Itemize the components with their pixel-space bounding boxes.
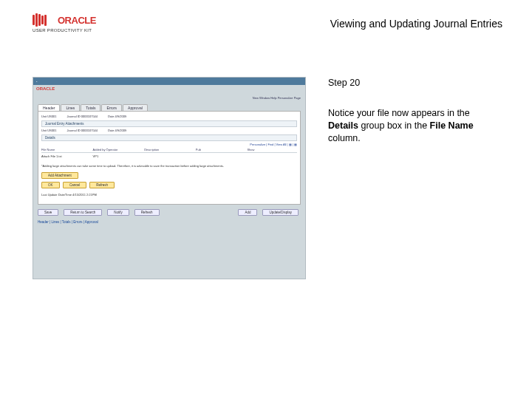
footer-tab-links[interactable]: Header | Lines | Totals | Errors | Appro… [38,220,301,224]
instruction-column: Step 20 Notice your file now appears in … [328,77,502,279]
tab-approval[interactable]: Approval [123,104,148,111]
brand-block: ORACLE USER PRODUCTIVITY KIT [33,13,96,33]
step-label: Step 20 [328,77,502,89]
update-display-button[interactable]: Update/Display [262,209,299,216]
ok-button[interactable]: OK [41,182,60,188]
tab-lines[interactable]: Lines [61,104,80,111]
app-screenshot: • ORACLE New Window Help Personalize Pag… [33,77,306,279]
ps-logo: ORACLE [33,85,305,94]
brand-name: ORACLE [58,15,96,26]
bottom-button-row: Save Return to Search Notify Refresh Add… [38,209,301,216]
notify-button[interactable]: Notify [107,209,129,216]
instruction-text: Notice your file now appears in the Deta… [328,107,502,145]
ps-subnav: New Window Help Personalize Page [33,94,305,101]
cell-file-name: Attach File 1.txt [41,154,92,158]
group-details: Details [41,134,297,141]
main-panel: Unit US001 Journal ID 0000107544 Date 4/… [38,111,301,205]
col-description: Description [144,148,194,151]
group-unit: Unit US001 [41,129,56,132]
refresh-button[interactable]: Refresh [89,182,115,188]
instruction-bold-filename: File Name [430,120,474,131]
col-added-by: Added by Operator [93,148,143,151]
group-date: Date 4/9/2009 [108,129,126,132]
cell-added-by: VP1 [93,154,143,158]
cancel-button[interactable]: Cancel [63,182,86,188]
tab-header[interactable]: Header [38,104,60,111]
group-jid: Journal ID 0000107544 [66,129,98,132]
brand-subtitle: USER PRODUCTIVITY KIT [33,28,96,33]
grid-header-row: File Name Added by Operator Description … [41,147,297,153]
ps-titlebar: • [33,78,305,85]
last-updated: Last Update Date/Time 4/15/2011 2:21PM [41,193,297,197]
save-button[interactable]: Save [38,209,58,216]
field-date: Date 4/9/2009 [108,115,126,118]
field-journal-id: Journal ID 0000107544 [66,115,98,118]
instruction-bold-details: Details [328,120,358,131]
page-title: Viewing and Updating Journal Entries [330,18,502,30]
add-attachment-button[interactable]: Add Attachment [41,172,78,179]
add-button[interactable]: Add [238,209,257,216]
return-search-button[interactable]: Return to Search [64,209,102,216]
cell-show [247,154,297,158]
attachment-note: *Adding large attachments can take some … [41,164,297,168]
field-unit: Unit US001 [41,115,56,118]
grid-personalize-bar[interactable]: Personalize | Find | View All | ▦ | ▦ [41,143,297,146]
instruction-mid: group box in the [358,120,430,131]
group-journal-attachments: Journal Entry Attachments [41,120,297,127]
tab-strip: Header Lines Totals Errors Approval [33,104,305,111]
tab-totals[interactable]: Totals [81,104,100,111]
oracle-logo-icon [33,13,53,27]
col-show: Show [247,148,297,151]
table-row: Attach File 1.txt VP1 [41,153,297,160]
col-pub: Pub [196,148,246,151]
instruction-pre: Notice your file now appears in the [328,108,470,118]
personalize-links[interactable]: Personalize | Find | View All | ▦ | ▦ [250,143,297,146]
cell-description [144,154,194,158]
refresh-bottom-button[interactable]: Refresh [134,209,160,216]
cell-pub [196,154,246,158]
instruction-post: column. [328,133,361,143]
col-file-name: File Name [41,148,92,151]
tab-errors[interactable]: Errors [101,104,122,111]
